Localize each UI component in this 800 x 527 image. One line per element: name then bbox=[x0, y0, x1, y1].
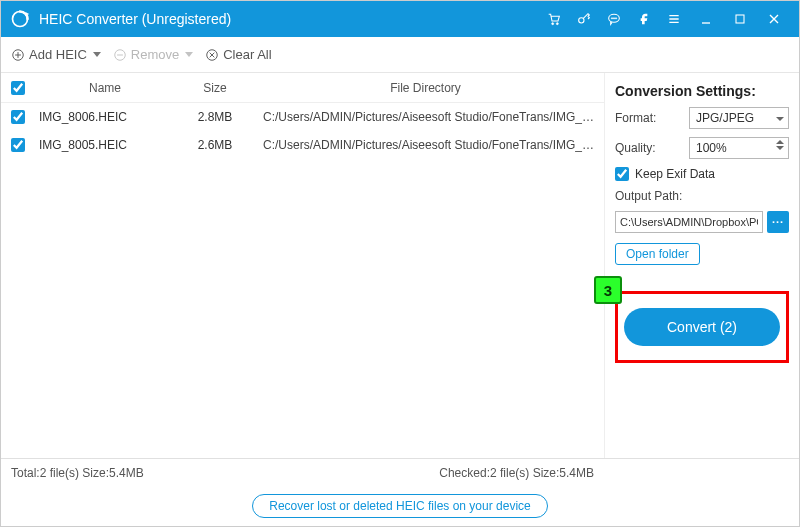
clear-circle-icon bbox=[205, 48, 219, 62]
callout-badge: 3 bbox=[594, 276, 622, 304]
svg-point-4 bbox=[579, 18, 584, 23]
quality-value: 100% bbox=[696, 141, 727, 155]
facebook-icon[interactable] bbox=[629, 1, 659, 37]
maximize-button[interactable] bbox=[723, 1, 757, 37]
menu-icon[interactable] bbox=[659, 1, 689, 37]
row-checkbox[interactable] bbox=[11, 138, 25, 152]
cell-size: 2.6MB bbox=[175, 138, 255, 152]
bottom-bar: Recover lost or deleted HEIC files on yo… bbox=[1, 486, 799, 526]
chevron-down-icon bbox=[93, 52, 101, 57]
chevron-down-icon bbox=[776, 146, 784, 150]
cell-name: IMG_8006.HEIC bbox=[35, 110, 175, 124]
recover-link-button[interactable]: Recover lost or deleted HEIC files on yo… bbox=[252, 494, 547, 518]
chevron-up-icon bbox=[776, 140, 784, 144]
select-all-checkbox[interactable] bbox=[11, 81, 25, 95]
chevron-down-icon bbox=[185, 52, 193, 57]
format-label: Format: bbox=[615, 111, 656, 125]
settings-title: Conversion Settings: bbox=[615, 83, 789, 99]
file-list-pane: Name Size File Directory IMG_8006.HEIC 2… bbox=[1, 73, 604, 458]
quality-stepper[interactable]: 100% bbox=[689, 137, 789, 159]
add-heic-button[interactable]: Add HEIC bbox=[11, 47, 101, 62]
remove-label: Remove bbox=[131, 47, 179, 62]
key-icon[interactable] bbox=[569, 1, 599, 37]
output-path-label: Output Path: bbox=[615, 189, 789, 203]
column-directory: File Directory bbox=[255, 81, 604, 95]
cell-name: IMG_8005.HEIC bbox=[35, 138, 175, 152]
row-checkbox[interactable] bbox=[11, 110, 25, 124]
status-checked: Checked:2 file(s) Size:5.4MB bbox=[439, 466, 594, 480]
column-name: Name bbox=[35, 81, 175, 95]
cart-icon[interactable] bbox=[539, 1, 569, 37]
clear-all-label: Clear All bbox=[223, 47, 271, 62]
cell-size: 2.8MB bbox=[175, 110, 255, 124]
open-folder-button[interactable]: Open folder bbox=[615, 243, 700, 265]
keep-exif-label: Keep Exif Data bbox=[635, 167, 715, 181]
svg-rect-9 bbox=[736, 15, 744, 23]
remove-button: Remove bbox=[113, 47, 193, 62]
minus-circle-icon bbox=[113, 48, 127, 62]
title-bar: HEIC Converter (Unregistered) bbox=[1, 1, 799, 37]
toolbar: Add HEIC Remove Clear All bbox=[1, 37, 799, 73]
format-value: JPG/JPEG bbox=[696, 111, 754, 125]
status-bar: Total:2 file(s) Size:5.4MB Checked:2 fil… bbox=[1, 458, 799, 486]
output-path-input[interactable] bbox=[615, 211, 763, 233]
table-row[interactable]: IMG_8005.HEIC 2.6MB C:/Users/ADMIN/Pictu… bbox=[1, 131, 604, 159]
table-row[interactable]: IMG_8006.HEIC 2.8MB C:/Users/ADMIN/Pictu… bbox=[1, 103, 604, 131]
table-body: IMG_8006.HEIC 2.8MB C:/Users/ADMIN/Pictu… bbox=[1, 103, 604, 458]
svg-point-2 bbox=[552, 23, 554, 25]
svg-point-3 bbox=[556, 23, 558, 25]
svg-point-6 bbox=[611, 18, 612, 19]
quality-label: Quality: bbox=[615, 141, 656, 155]
add-heic-label: Add HEIC bbox=[29, 47, 87, 62]
cell-directory: C:/Users/ADMIN/Pictures/Aiseesoft Studio… bbox=[255, 138, 604, 152]
status-total: Total:2 file(s) Size:5.4MB bbox=[11, 466, 144, 480]
cell-directory: C:/Users/ADMIN/Pictures/Aiseesoft Studio… bbox=[255, 110, 604, 124]
chevron-down-icon bbox=[776, 117, 784, 121]
feedback-icon[interactable] bbox=[599, 1, 629, 37]
column-size: Size bbox=[175, 81, 255, 95]
format-select[interactable]: JPG/JPEG bbox=[689, 107, 789, 129]
settings-panel: Conversion Settings: Format: JPG/JPEG Qu… bbox=[604, 73, 799, 458]
plus-circle-icon bbox=[11, 48, 25, 62]
clear-all-button[interactable]: Clear All bbox=[205, 47, 271, 62]
minimize-button[interactable] bbox=[689, 1, 723, 37]
browse-button[interactable]: ··· bbox=[767, 211, 789, 233]
app-title: HEIC Converter (Unregistered) bbox=[39, 11, 231, 27]
convert-highlight: 3 Convert (2) bbox=[615, 291, 789, 363]
svg-point-7 bbox=[613, 18, 614, 19]
close-button[interactable] bbox=[757, 1, 791, 37]
app-logo-icon bbox=[9, 8, 31, 30]
table-header: Name Size File Directory bbox=[1, 73, 604, 103]
keep-exif-checkbox[interactable] bbox=[615, 167, 629, 181]
svg-point-8 bbox=[615, 18, 616, 19]
convert-button[interactable]: Convert (2) bbox=[624, 308, 780, 346]
